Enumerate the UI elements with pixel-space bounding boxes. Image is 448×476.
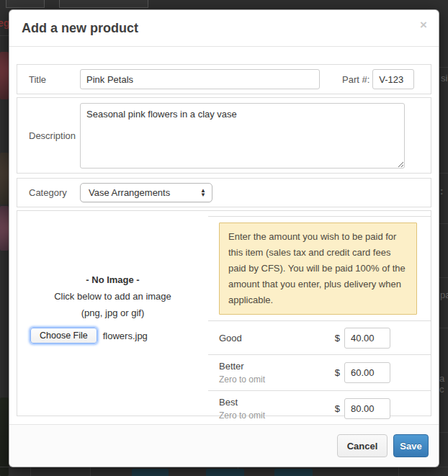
background-thumbnail	[0, 52, 9, 99]
close-icon[interactable]: ×	[420, 19, 427, 31]
save-button[interactable]: Save	[393, 434, 429, 457]
part-number-label: Part #:	[342, 74, 369, 85]
tier-labels: Good	[219, 333, 242, 343]
description-textarea[interactable]: Seasonal pink flowers in a clay vase	[80, 103, 405, 169]
background-column-line	[30, 467, 31, 476]
background-button	[206, 469, 244, 476]
background-column-line	[90, 467, 91, 476]
pricing-info-row: Enter the amount you wish to be paid for…	[208, 216, 431, 320]
background-text-fragment: a c	[439, 373, 448, 395]
image-and-pricing-section: - No Image - Click below to add an image…	[17, 210, 431, 416]
price-tier-row-best: Best Zero to omit $	[208, 390, 431, 426]
category-selected-value: Vase Arrangements	[89, 187, 200, 198]
price-group: $	[335, 328, 390, 349]
select-arrows-icon: ▲▼	[200, 189, 206, 197]
description-label: Description	[17, 130, 80, 141]
tier-labels: Best Zero to omit	[219, 397, 265, 421]
tier-name: Better	[219, 361, 265, 372]
category-select[interactable]: Vase Arrangements ▲▼	[80, 183, 212, 202]
choose-file-button[interactable]: Choose File	[30, 328, 97, 343]
screen: eg si : pa a c Add a new product ×	[0, 0, 448, 476]
background-button	[274, 469, 313, 476]
tier-name: Good	[219, 333, 242, 343]
background-text-fragment: si	[441, 73, 447, 84]
category-row: Category Vase Arrangements ▲▼	[17, 178, 431, 207]
modal-footer: Cancel Save	[9, 424, 439, 467]
background-thumbnail	[0, 206, 9, 251]
background-input-fragment	[59, 0, 148, 8]
background-input-fragment	[6, 0, 45, 8]
tier-name: Best	[219, 397, 265, 408]
description-row: Description Seasonal pink flowers in a c…	[17, 97, 431, 174]
price-group: $	[335, 398, 390, 419]
background-row-line	[439, 67, 448, 68]
background-row-line	[439, 173, 448, 174]
add-product-modal: Add a new product × Title Part #: Descri…	[9, 9, 439, 467]
price-tier-row-good: Good $	[208, 320, 431, 354]
tier-note: Zero to omit	[219, 410, 265, 421]
pricing-column: Enter the amount you wish to be paid for…	[208, 216, 431, 416]
best-price-input[interactable]	[344, 398, 390, 419]
price-group: $	[335, 362, 390, 383]
pricing-info-box: Enter the amount you wish to be paid for…	[219, 223, 417, 315]
background-thumbnail	[0, 398, 9, 476]
image-column: - No Image - Click below to add an image…	[17, 211, 208, 416]
no-image-text: - No Image -	[17, 274, 208, 285]
good-price-input[interactable]	[344, 328, 390, 349]
image-formats-text: (png, jpg or gif)	[17, 307, 208, 318]
cancel-button[interactable]: Cancel	[337, 434, 387, 457]
modal-title: Add a new product	[22, 21, 138, 36]
title-row: Title Part #:	[17, 64, 431, 94]
background-divider	[0, 35, 9, 36]
currency-symbol: $	[335, 333, 340, 343]
better-price-input[interactable]	[344, 362, 390, 383]
title-label: Title	[17, 74, 80, 85]
tier-labels: Better Zero to omit	[219, 361, 265, 385]
background-row-line	[439, 223, 448, 224]
background-text-fragment: :	[440, 186, 443, 197]
image-instruction-text: Click below to add an image	[17, 291, 208, 302]
file-upload-row: Choose File flowers.jpg	[17, 328, 208, 343]
background-row-line	[439, 328, 448, 328]
background-column-line	[398, 467, 399, 476]
background-row-line	[439, 277, 448, 278]
currency-symbol: $	[335, 403, 340, 414]
modal-header: Add a new product ×	[9, 10, 439, 47]
background-text-fragment: pa	[440, 289, 448, 300]
modal-body: Title Part #: Description Seasonal pink …	[9, 47, 439, 416]
selected-file-name: flowers.jpg	[103, 331, 148, 341]
background-thumbnail	[0, 153, 9, 205]
currency-symbol: $	[335, 367, 340, 378]
background-button	[132, 469, 169, 476]
price-tier-row-better: Better Zero to omit $	[208, 354, 431, 390]
part-number-input[interactable]	[372, 69, 414, 89]
title-input[interactable]	[80, 69, 320, 89]
background-row-line	[439, 432, 448, 433]
tier-note: Zero to omit	[219, 374, 265, 385]
category-label: Category	[17, 187, 80, 198]
